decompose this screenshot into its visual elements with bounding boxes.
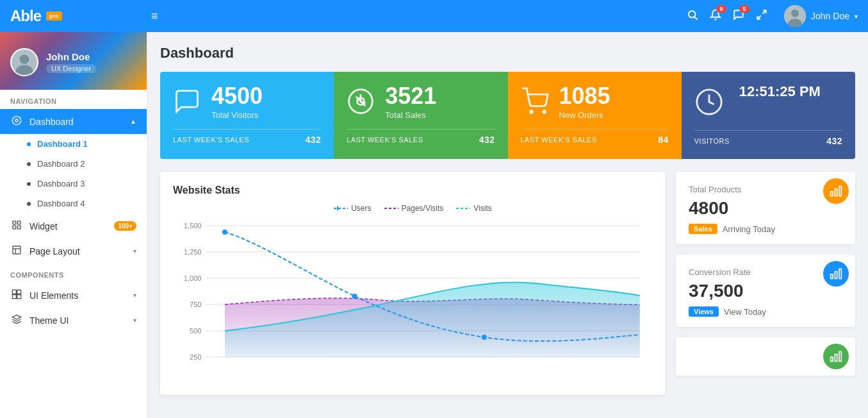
user-menu[interactable]: John Doe ▾ [784,5,858,27]
widget-badge: 100+ [114,221,136,231]
conversion-rate-value: 37,500 [689,281,842,301]
sidebar-item-ui-elements[interactable]: UI Elements ▾ [0,283,147,308]
hamburger-menu[interactable]: ≡ [151,10,158,23]
third-card-corner-icon [823,344,849,369]
time-value: 12:51:25 PM [739,85,821,99]
svg-rect-15 [17,226,20,229]
legend-users: Users [334,204,371,213]
theme-ui-label: Theme UI [29,315,69,326]
messages-badge: 5 [739,5,749,13]
ui-elements-icon [10,289,23,301]
conversion-rate-card: Conversion Rate 37,500 Views View Today [676,255,855,327]
expand-button[interactable] [756,9,767,24]
svg-text:1,000: 1,000 [184,274,202,282]
visitors-value: 4500 [211,85,263,108]
svg-rect-13 [17,221,20,224]
dashboard-4-label: Dashboard 4 [37,199,85,208]
svg-point-26 [530,111,532,113]
theme-ui-icon [10,314,23,326]
legend-users-label: Users [351,204,371,213]
svg-marker-30 [337,206,340,211]
total-products-label: Total Products [689,185,842,194]
svg-point-47 [482,335,487,340]
conversion-rate-badges: Views View Today [689,306,842,317]
svg-rect-50 [831,192,833,196]
legend-pages-label: Pages/Visits [402,204,444,213]
orders-bottom-value: 84 [658,135,669,145]
svg-point-46 [352,294,357,299]
total-products-badge: Sales [689,224,717,234]
orders-bottom-label: LAST WEEK'S SALES [521,136,597,144]
sidebar-item-dashboard-2[interactable]: Dashboard 2 [0,154,147,174]
svg-text:500: 500 [190,327,202,335]
visitors-bottom-value: 432 [305,135,321,145]
app-logo: Able pro [10,7,151,25]
dashboard-label: Dashboard [29,117,74,127]
visitors-icon [173,87,201,121]
sidebar-item-dashboard[interactable]: Dashboard ▲ [0,109,147,134]
pro-badge: pro [46,12,62,21]
conversion-rate-badge: Views [689,306,719,317]
svg-rect-21 [12,295,16,299]
svg-point-8 [20,54,29,64]
sales-value: 3521 [385,85,436,108]
navigation-section-label: Navigation [0,90,147,109]
sidebar-item-theme-ui[interactable]: Theme UI ▾ [0,308,147,333]
sub-dot-4 [27,202,31,206]
user-name: John Doe [811,11,849,21]
svg-text:750: 750 [190,301,202,308]
topnav-icons: 9 5 John Doe ▾ [687,5,858,27]
ui-elements-label: UI Elements [29,290,78,301]
svg-rect-52 [835,272,837,279]
messages-button[interactable]: 5 [733,9,744,24]
sidebar-item-dashboard-4[interactable]: Dashboard 4 [0,194,147,213]
total-products-card: Total Products 4800 Sales Arriving Today [676,172,855,244]
conversion-rate-sub: View Today [724,307,766,317]
theme-ui-chevron-icon: ▾ [133,317,136,324]
notifications-button[interactable]: 9 [710,9,721,24]
chart-legend: Users Pages/Visits Visits [173,204,653,213]
time-bottom-value: 432 [826,136,842,146]
svg-rect-12 [13,221,16,224]
right-cards: Total Products 4800 Sales Arriving Today… [676,172,855,395]
website-stats-chart: 1,500 1,250 1,000 750 500 250 [173,219,653,380]
visitors-label: Total Visitors [211,110,263,120]
sidebar-item-widget[interactable]: Widget 100+ [0,213,147,238]
svg-rect-53 [831,274,833,279]
svg-point-45 [222,230,227,235]
orders-label: New Orders [559,110,610,120]
svg-rect-14 [13,226,16,229]
dashboard-1-label: Dashboard 1 [37,139,88,149]
svg-rect-56 [831,357,833,362]
logo-text: Able [10,7,41,25]
svg-text:1,250: 1,250 [184,248,202,256]
sidebar-item-page-layout[interactable]: Page Layout ▾ [0,238,147,263]
sales-bottom-label: LAST WEEK'S SALES [347,136,423,144]
search-button[interactable] [687,9,698,24]
widget-icon [10,220,23,232]
svg-point-10 [12,116,20,124]
svg-rect-20 [17,290,21,294]
svg-point-5 [791,10,799,17]
stat-card-visitors: 4500 Total Visitors LAST WEEK'S SALES 43… [160,72,334,159]
sub-dot-1 [27,142,31,146]
total-products-badges: Sales Arriving Today [689,224,842,234]
legend-visits-label: Visits [473,204,491,213]
main-content: Dashboard 4500 Total Visitors LAST WEEK'… [147,32,868,418]
orders-value: 1085 [559,85,610,108]
orders-icon [521,87,549,121]
dashboard-2-label: Dashboard 2 [37,159,85,169]
sidebar-item-dashboard-3[interactable]: Dashboard 3 [0,174,147,194]
sales-icon [347,87,375,121]
svg-rect-48 [839,187,841,196]
dashboard-icon [10,115,23,128]
chart-title: Website Stats [173,185,653,196]
svg-text:250: 250 [190,353,202,361]
stat-card-orders: 1085 New Orders LAST WEEK'S SALES 84 [508,72,682,159]
svg-text:1,500: 1,500 [184,222,202,230]
sidebar-item-dashboard-1[interactable]: Dashboard 1 [0,134,147,154]
svg-rect-54 [839,352,841,362]
components-section-label: Components [0,263,147,283]
page-layout-chevron-icon: ▾ [133,247,136,255]
time-icon [694,87,724,122]
